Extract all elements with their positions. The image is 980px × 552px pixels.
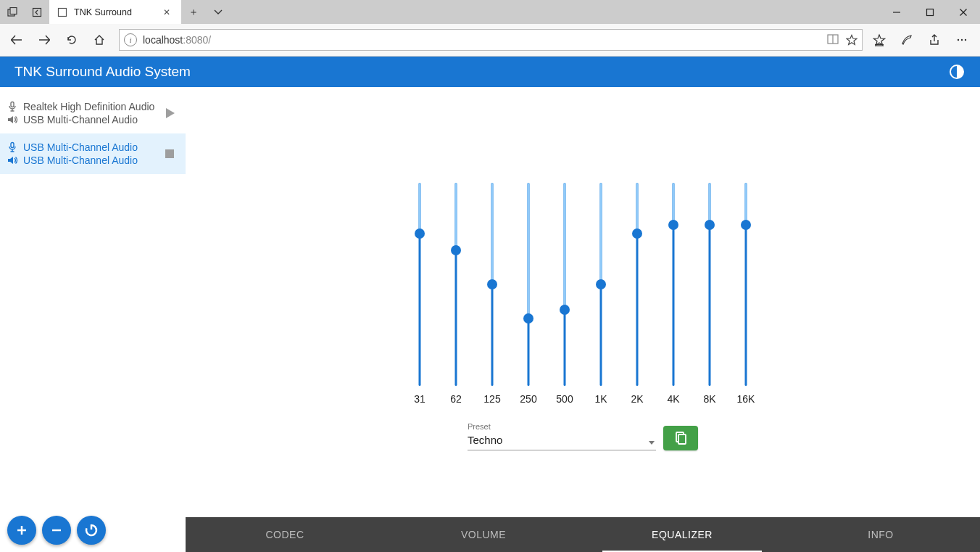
- slider-thumb[interactable]: [415, 228, 425, 239]
- svg-rect-24: [678, 434, 686, 444]
- speaker-icon: [6, 113, 19, 126]
- eq-slider-16K[interactable]: 16K: [735, 183, 757, 405]
- tab-equalizer[interactable]: EQUALIZER: [583, 517, 781, 552]
- eq-slider-250[interactable]: 250: [518, 183, 539, 405]
- window-minimize[interactable]: [880, 0, 913, 24]
- window-close[interactable]: [947, 0, 980, 24]
- eq-slider-8K[interactable]: 8K: [699, 183, 721, 405]
- browser-title-row: TNK Surround ✕ ＋: [0, 0, 980, 24]
- equalizer-area: 31621252505001K2K4K8K16K Preset Techno: [186, 87, 980, 517]
- reading-view-icon[interactable]: [827, 34, 839, 46]
- window-controls: [880, 0, 980, 24]
- site-info-icon[interactable]: i: [124, 33, 137, 46]
- eq-band-label: 16K: [737, 393, 755, 405]
- add-button[interactable]: [7, 516, 36, 545]
- slider-thumb[interactable]: [668, 220, 678, 230]
- more-button[interactable]: [952, 30, 971, 49]
- url-bar[interactable]: i localhost:8080/: [119, 29, 863, 51]
- notes-button[interactable]: [897, 30, 916, 49]
- svg-rect-1: [10, 7, 17, 14]
- refresh-button[interactable]: [59, 28, 84, 52]
- eq-band-label: 500: [556, 393, 573, 405]
- preset-select[interactable]: Preset Techno: [468, 422, 656, 450]
- favorites-button[interactable]: [870, 30, 889, 49]
- remove-button[interactable]: [42, 516, 71, 545]
- tab-title: TNK Surround: [74, 7, 154, 17]
- eq-band-label: 1K: [594, 393, 607, 405]
- slider-thumb[interactable]: [560, 305, 570, 315]
- browser-tab[interactable]: TNK Surround ✕: [49, 0, 181, 24]
- sidebar-actions: [0, 508, 186, 552]
- eq-slider-1K[interactable]: 1K: [590, 183, 612, 405]
- device-output-label: USB Multi-Channel Audio: [23, 155, 138, 166]
- app-root: TNK Surround Audio System Realtek High D…: [0, 57, 980, 552]
- device-list: Realtek High Definition AudioUSB Multi-C…: [0, 87, 186, 180]
- eq-band-label: 2K: [631, 393, 643, 405]
- device-item-0[interactable]: Realtek High Definition AudioUSB Multi-C…: [0, 93, 186, 133]
- device-item-1[interactable]: USB Multi-Channel AudioUSB Multi-Channel…: [0, 133, 186, 174]
- browser-chrome: TNK Surround ✕ ＋ i localhost:8080/: [0, 0, 980, 57]
- window-maximize[interactable]: [913, 0, 947, 24]
- eq-slider-2K[interactable]: 2K: [626, 183, 648, 405]
- mic-icon: [6, 100, 19, 113]
- eq-band-label: 62: [450, 393, 462, 405]
- eq-slider-500[interactable]: 500: [554, 183, 576, 405]
- forward-button[interactable]: [32, 28, 57, 52]
- svg-rect-16: [11, 102, 14, 107]
- bottom-tabs: CODECVOLUMEEQUALIZERINFO: [186, 517, 980, 552]
- eq-slider-31[interactable]: 31: [409, 183, 431, 405]
- slider-thumb[interactable]: [596, 279, 606, 289]
- svg-point-13: [961, 39, 963, 41]
- eq-band-label: 125: [483, 393, 500, 405]
- set-aside-tabs-icon[interactable]: [25, 0, 49, 24]
- slider-thumb[interactable]: [705, 220, 715, 230]
- new-tab-button[interactable]: ＋: [181, 0, 206, 24]
- tab-volume[interactable]: VOLUME: [384, 517, 583, 552]
- svg-rect-5: [927, 9, 934, 15]
- mic-icon: [6, 141, 19, 154]
- slider-thumb[interactable]: [632, 228, 642, 239]
- eq-band-label: 4K: [667, 393, 679, 405]
- slider-thumb[interactable]: [487, 279, 497, 289]
- stop-button[interactable]: [159, 144, 180, 164]
- tab-codec[interactable]: CODEC: [186, 517, 384, 552]
- main-panel: 31621252505001K2K4K8K16K Preset Techno C…: [186, 87, 980, 552]
- eq-slider-125[interactable]: 125: [481, 183, 503, 405]
- tab-preview-icon[interactable]: [0, 0, 25, 24]
- page-icon: [57, 7, 68, 18]
- chevron-down-icon: [649, 441, 655, 445]
- svg-rect-17: [11, 143, 14, 148]
- svg-point-14: [965, 39, 966, 41]
- theme-toggle-icon[interactable]: [948, 63, 966, 81]
- browser-nav-row: i localhost:8080/: [0, 24, 980, 56]
- device-input-label: Realtek High Definition Audio: [23, 101, 154, 112]
- eq-band-label: 8K: [703, 393, 715, 405]
- svg-rect-3: [59, 9, 67, 17]
- device-input-label: USB Multi-Channel Audio: [23, 141, 138, 153]
- slider-thumb[interactable]: [523, 313, 533, 324]
- tab-actions-chevron[interactable]: [206, 0, 231, 24]
- slider-thumb[interactable]: [741, 220, 751, 230]
- play-button[interactable]: [159, 103, 180, 123]
- svg-rect-2: [33, 8, 41, 16]
- preset-value: Techno: [468, 431, 656, 450]
- restart-button[interactable]: [77, 516, 106, 545]
- tab-info[interactable]: INFO: [781, 517, 980, 552]
- app-header: TNK Surround Audio System: [0, 57, 980, 87]
- copy-preset-button[interactable]: [663, 426, 698, 450]
- tab-close-icon[interactable]: ✕: [159, 7, 174, 17]
- speaker-icon: [6, 154, 19, 167]
- svg-point-12: [958, 39, 959, 41]
- share-button[interactable]: [925, 30, 944, 49]
- home-button[interactable]: [87, 28, 112, 52]
- eq-band-label: 250: [520, 393, 536, 405]
- eq-slider-62[interactable]: 62: [445, 183, 467, 405]
- favorite-star-icon[interactable]: [846, 34, 858, 46]
- svg-rect-18: [165, 149, 174, 158]
- slider-thumb[interactable]: [451, 245, 461, 255]
- back-button[interactable]: [4, 28, 29, 52]
- app-title: TNK Surround Audio System: [14, 64, 191, 80]
- eq-slider-4K[interactable]: 4K: [663, 183, 684, 405]
- device-output-label: USB Multi-Channel Audio: [23, 114, 138, 125]
- eq-sliders: 31621252505001K2K4K8K16K: [409, 183, 757, 405]
